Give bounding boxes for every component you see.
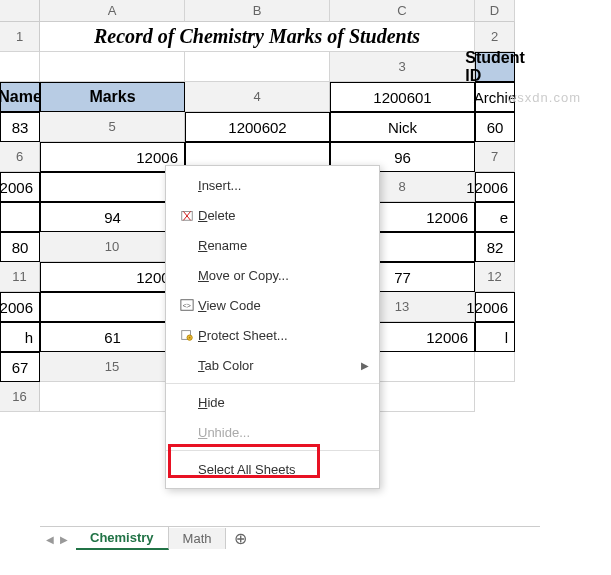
cell[interactable]: 83 [0, 112, 40, 142]
cell-b16[interactable] [40, 382, 185, 412]
tab-math[interactable]: Math [169, 528, 227, 549]
menu-label: Delete [198, 208, 369, 223]
menu-separator [166, 450, 379, 451]
menu-rename[interactable]: Rename [166, 230, 379, 260]
delete-icon [176, 207, 198, 223]
row-header-2[interactable]: 2 [475, 22, 515, 52]
menu-label: View Code [198, 298, 369, 313]
cell[interactable]: 60 [475, 112, 515, 142]
menu-select-all-sheets[interactable]: Select All Sheets [166, 454, 379, 484]
menu-delete[interactable]: Delete [166, 200, 379, 230]
menu-label: Rename [198, 238, 369, 253]
cell-c2[interactable] [40, 52, 185, 82]
cell-d2[interactable] [185, 52, 330, 82]
tab-next-icon[interactable]: ▶ [60, 534, 70, 544]
cell[interactable]: 12006 [475, 292, 515, 322]
cell[interactable]: 1200602 [185, 112, 330, 142]
select-all-corner[interactable] [0, 0, 40, 22]
menu-view-code[interactable]: <> View Code [166, 290, 379, 320]
cell[interactable]: 1200601 [330, 82, 475, 112]
menu-protect-sheet[interactable]: Protect Sheet... [166, 320, 379, 350]
cell[interactable]: e [475, 202, 515, 232]
hide-icon [176, 394, 198, 410]
col-header-c[interactable]: C [330, 0, 475, 22]
row-header-7[interactable]: 7 [475, 142, 515, 172]
cell[interactable]: 12006 [475, 172, 515, 202]
select-all-icon [176, 461, 198, 477]
row-header-3[interactable]: 3 [330, 52, 475, 82]
move-icon [176, 267, 198, 283]
row-header-10[interactable]: 10 [40, 232, 185, 262]
menu-tab-color[interactable]: Tab Color ▶ [166, 350, 379, 380]
cell[interactable] [40, 172, 185, 202]
protect-icon [176, 327, 198, 343]
cell[interactable]: 12006 [0, 292, 40, 322]
tab-prev-icon[interactable]: ◀ [46, 534, 56, 544]
tab-chemistry[interactable]: Chemistry [76, 527, 169, 550]
menu-move-copy[interactable]: Move or Copy... [166, 260, 379, 290]
cell[interactable]: 82 [475, 232, 515, 262]
tab-color-icon [176, 357, 198, 373]
menu-hide[interactable]: Hide [166, 387, 379, 417]
menu-label: Protect Sheet... [198, 328, 369, 343]
col-header-d[interactable]: D [475, 0, 515, 22]
header-name[interactable]: Name [0, 82, 40, 112]
cell[interactable]: 61 [40, 322, 185, 352]
menu-label: Hide [198, 395, 369, 410]
cell[interactable]: 80 [0, 232, 40, 262]
cell[interactable]: 12006 [0, 172, 40, 202]
cell[interactable]: Nick [330, 112, 475, 142]
submenu-arrow-icon: ▶ [361, 360, 369, 371]
svg-rect-7 [189, 337, 191, 339]
menu-label: Move or Copy... [198, 268, 369, 283]
row-header-11[interactable]: 11 [0, 262, 40, 292]
cell[interactable]: 94 [40, 202, 185, 232]
sheet-tabs: ◀ ▶ Chemistry Math ⊕ [40, 526, 540, 550]
row-header-1[interactable]: 1 [0, 22, 40, 52]
rename-icon [176, 237, 198, 253]
menu-insert[interactable]: Insert... [166, 170, 379, 200]
cell[interactable]: 12006 [40, 142, 185, 172]
col-header-a[interactable]: A [40, 0, 185, 22]
row-header-16[interactable]: 16 [0, 382, 40, 412]
row-header-5[interactable]: 5 [40, 112, 185, 142]
header-student-id[interactable]: Student ID [475, 52, 515, 82]
cell-b2[interactable] [0, 52, 40, 82]
menu-label: Tab Color [198, 358, 361, 373]
row-header-6[interactable]: 6 [0, 142, 40, 172]
cell[interactable]: 12006 [40, 262, 185, 292]
unhide-icon [176, 424, 198, 440]
row-header-4[interactable]: 4 [185, 82, 330, 112]
menu-label: Unhide... [198, 425, 369, 440]
menu-separator [166, 383, 379, 384]
sheet-context-menu: Insert... Delete Rename Move or Copy... … [165, 165, 380, 489]
menu-unhide[interactable]: Unhide... [166, 417, 379, 447]
cell[interactable]: l [475, 322, 515, 352]
insert-icon [176, 177, 198, 193]
new-sheet-button[interactable]: ⊕ [226, 527, 255, 550]
svg-text:<>: <> [183, 302, 191, 309]
menu-label: Insert... [198, 178, 369, 193]
cell[interactable]: h [0, 322, 40, 352]
header-marks[interactable]: Marks [40, 82, 185, 112]
cell-d15[interactable] [475, 352, 515, 382]
cell[interactable]: 67 [0, 352, 40, 382]
cell[interactable] [0, 202, 40, 232]
row-header-12[interactable]: 12 [475, 262, 515, 292]
cell[interactable] [40, 292, 185, 322]
menu-label: Select All Sheets [198, 462, 369, 477]
code-icon: <> [176, 297, 198, 313]
row-header-15[interactable]: 15 [40, 352, 185, 382]
col-header-b[interactable]: B [185, 0, 330, 22]
cell[interactable]: Archie [475, 82, 515, 112]
page-title: Record of Chemistry Marks of Students [40, 22, 475, 52]
